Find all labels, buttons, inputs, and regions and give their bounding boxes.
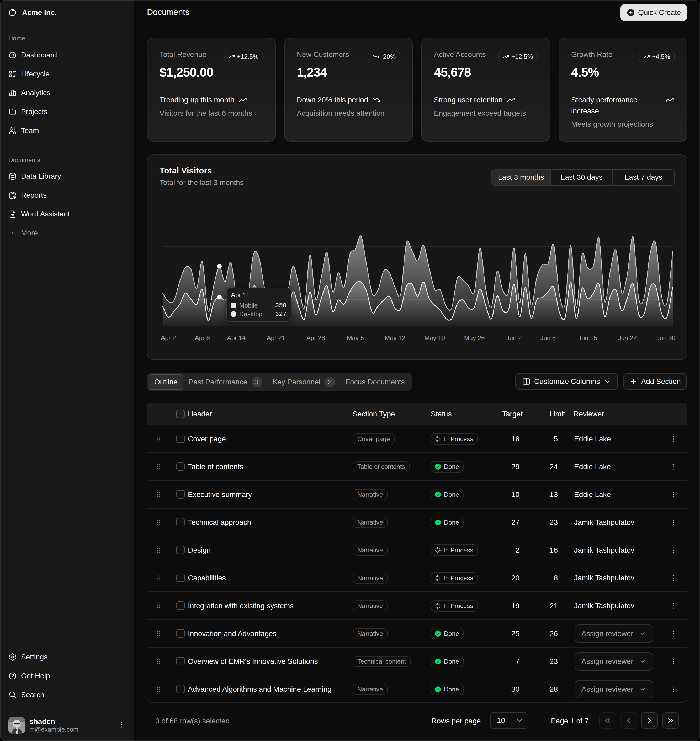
svg-text:Jun 30: Jun 30 [656, 334, 675, 341]
svg-text:Jun 8: Jun 8 [540, 334, 556, 341]
svg-text:Apr 2: Apr 2 [161, 334, 176, 341]
svg-text:Jun 2: Jun 2 [506, 334, 522, 341]
svg-text:Apr 21: Apr 21 [267, 334, 285, 341]
svg-text:Apr 14: Apr 14 [227, 334, 246, 341]
svg-text:May 26: May 26 [464, 334, 485, 341]
svg-text:Jun 22: Jun 22 [618, 334, 637, 341]
svg-text:Jun 15: Jun 15 [578, 334, 597, 341]
svg-text:Apr 28: Apr 28 [306, 334, 325, 341]
svg-text:May 12: May 12 [385, 334, 405, 341]
svg-text:May 19: May 19 [424, 334, 445, 341]
svg-text:May 5: May 5 [347, 334, 364, 341]
svg-text:Apr 8: Apr 8 [195, 334, 210, 341]
